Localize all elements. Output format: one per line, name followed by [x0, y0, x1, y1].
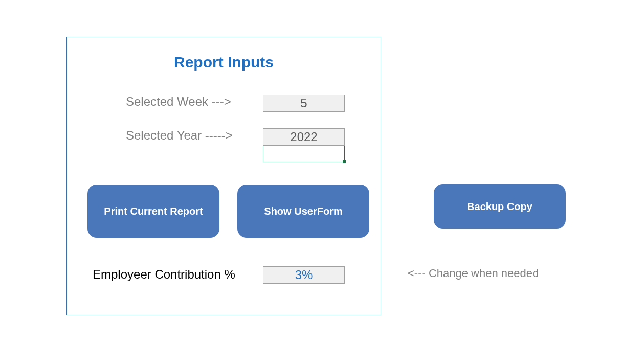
print-current-report-button[interactable]: Print Current Report	[87, 185, 219, 238]
selected-week-label: Selected Week --->	[126, 95, 231, 109]
selected-week-input[interactable]: 5	[263, 95, 345, 112]
change-when-needed-hint: <--- Change when needed	[408, 267, 539, 280]
selected-year-label: Selected Year ----->	[126, 128, 233, 143]
show-userform-button[interactable]: Show UserForm	[237, 185, 369, 238]
active-cell[interactable]	[263, 146, 345, 162]
panel-title: Report Inputs	[67, 54, 381, 71]
fill-handle-icon[interactable]	[343, 160, 346, 163]
employer-contribution-input[interactable]: 3%	[263, 266, 345, 284]
report-inputs-panel: Report Inputs Selected Week ---> 5 Selec…	[66, 37, 381, 315]
backup-copy-button[interactable]: Backup Copy	[434, 184, 566, 229]
employer-contribution-label: Employeer Contribution %	[93, 267, 235, 282]
selected-year-input[interactable]: 2022	[263, 128, 345, 146]
